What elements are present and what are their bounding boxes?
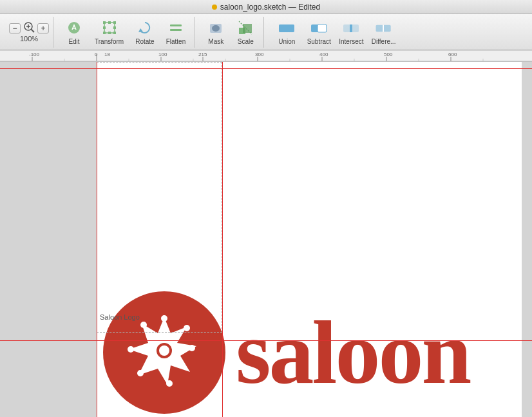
titlebar: saloon_logo.sketch — Edited [0, 0, 532, 14]
svg-text:100: 100 [158, 52, 167, 57]
ruler-svg: -100 0 18 100 215 300 400 500 600 [0, 50, 532, 62]
union-tool[interactable]: Union [271, 17, 303, 48]
zoom-level: 100% [20, 35, 38, 43]
svg-rect-32 [383, 24, 390, 32]
mask-label: Mask [208, 38, 223, 45]
edited-dot [212, 5, 217, 10]
flatten-icon [167, 19, 185, 37]
svg-point-4 [68, 22, 80, 34]
bool-ops-group: Union Subtract Intersect [267, 17, 403, 48]
svg-marker-15 [138, 28, 143, 32]
svg-rect-9 [103, 32, 106, 34]
union-icon [276, 19, 297, 37]
svg-text:215: 215 [198, 52, 207, 57]
difference-tool[interactable]: Differe... [368, 17, 400, 48]
guide-vertical-left [97, 62, 97, 417]
svg-text:400: 400 [319, 52, 328, 57]
mask-tool[interactable]: Mask [202, 16, 230, 48]
svg-point-65 [189, 345, 195, 351]
canvas-area: Saloon Logo [0, 62, 532, 417]
svg-text:-100: -100 [29, 52, 40, 57]
selection-border [97, 62, 222, 333]
svg-rect-10 [113, 32, 116, 34]
svg-rect-7 [103, 21, 106, 24]
scale-tool[interactable]: Scale [231, 16, 260, 48]
subtract-label: Subtract [307, 38, 331, 45]
zoom-controls: − + 100% [9, 21, 49, 43]
flatten-label: Flatten [166, 38, 186, 45]
rotate-icon [136, 19, 154, 37]
svg-rect-25 [279, 24, 294, 32]
subtract-tool[interactable]: Subtract [303, 17, 335, 48]
toolbar: − + 100% [0, 14, 532, 50]
svg-text:18: 18 [104, 52, 110, 57]
flatten-tool[interactable]: Flatten [161, 16, 191, 48]
zoom-icon [23, 21, 35, 35]
zoom-minus-button[interactable]: − [9, 23, 21, 34]
transform-tool[interactable]: Transform [90, 16, 129, 48]
svg-rect-31 [375, 24, 383, 32]
svg-point-71 [159, 345, 169, 356]
svg-rect-21 [243, 24, 252, 33]
svg-rect-13 [103, 26, 106, 29]
transform-icon [100, 19, 119, 37]
svg-rect-11 [108, 21, 111, 24]
zoom-plus-button[interactable]: + [37, 23, 49, 34]
saloon-text: saloon [236, 307, 470, 398]
difference-icon [374, 19, 394, 37]
mask-icon [207, 19, 225, 37]
transform-label: Transform [95, 38, 124, 45]
svg-rect-8 [113, 21, 116, 24]
svg-line-1 [32, 30, 35, 33]
rotate-label: Rotate [135, 38, 154, 45]
svg-text:500: 500 [384, 52, 393, 57]
intersect-tool[interactable]: Intersect [335, 17, 367, 48]
horizontal-ruler: -100 0 18 100 215 300 400 500 600 [0, 50, 532, 62]
svg-rect-33 [383, 24, 384, 32]
difference-label: Differe... [372, 38, 396, 45]
svg-text:300: 300 [255, 52, 264, 57]
zoom-group: − + 100% [5, 17, 53, 48]
intersect-icon [341, 19, 361, 37]
svg-rect-30 [350, 24, 352, 32]
svg-rect-14 [113, 26, 116, 29]
document-title: saloon_logo.sketch — Edited [220, 3, 320, 12]
intersect-label: Intersect [339, 38, 363, 45]
svg-rect-17 [170, 29, 182, 31]
edit-tools-group: Edit Transform [56, 17, 195, 48]
svg-text:600: 600 [448, 52, 457, 57]
subtract-icon [309, 19, 329, 37]
scale-mask-group: Mask Scale [198, 17, 264, 48]
union-label: Union [278, 38, 295, 45]
scale-label: Scale [238, 38, 254, 45]
guide-horizontal-top [0, 68, 532, 69]
svg-point-68 [128, 346, 134, 353]
rotate-tool[interactable]: Rotate [130, 16, 159, 48]
scale-icon [236, 19, 254, 37]
svg-rect-12 [108, 32, 111, 34]
svg-rect-16 [170, 24, 182, 26]
svg-point-19 [212, 25, 220, 32]
svg-point-67 [137, 370, 144, 376]
edit-icon [65, 19, 83, 37]
svg-rect-27 [318, 24, 327, 32]
svg-point-66 [166, 380, 173, 387]
guide-vertical-right [222, 62, 223, 417]
edit-label: Edit [68, 38, 79, 45]
edit-tool[interactable]: Edit [60, 16, 88, 48]
guide-horizontal-bottom [0, 340, 532, 341]
svg-rect-6 [104, 23, 115, 33]
svg-text:0: 0 [95, 52, 98, 57]
